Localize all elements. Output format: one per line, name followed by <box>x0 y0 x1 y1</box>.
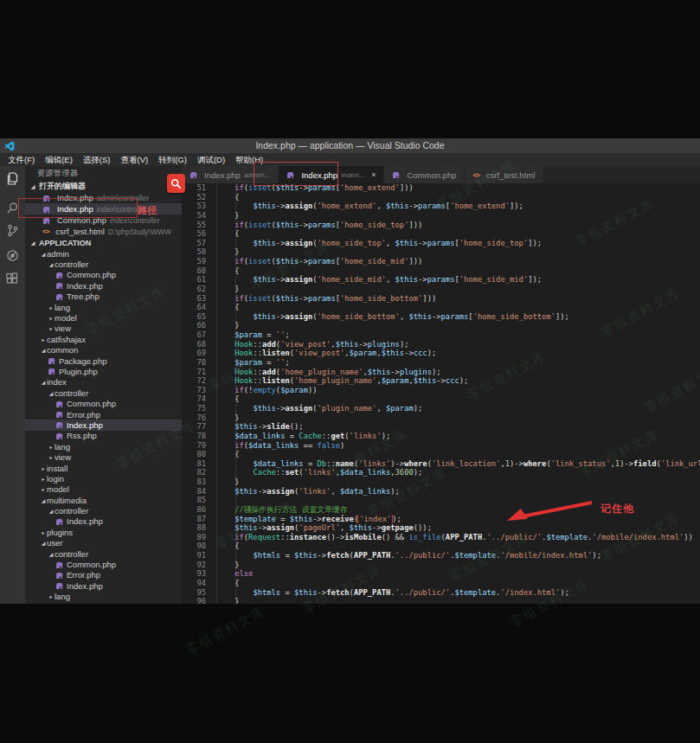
code-line[interactable]: 58 } <box>182 247 700 257</box>
tree-item-catfishajax[interactable]: ▸catfishajax <box>25 334 182 344</box>
tree-item-Index.php[interactable]: Index.php <box>25 516 182 527</box>
code-line[interactable]: 92 } <box>182 560 700 570</box>
code-line[interactable]: 72 Hook::listen('home_plugin_name',$para… <box>182 376 700 386</box>
code-line[interactable]: 78 $data_links = Cache::get('links'); <box>182 432 700 441</box>
menu-item-5[interactable]: 调试(D) <box>192 153 230 166</box>
tree-item-Rss.php[interactable]: Rss.php <box>25 431 182 441</box>
tree-item-model[interactable]: ▸model <box>25 312 182 323</box>
tab-Common.php[interactable]: Common.php <box>384 166 465 183</box>
tree-item-Index.php[interactable]: Index.php <box>25 580 182 591</box>
tree-root-header[interactable]: ◢ APPLICATION <box>25 237 182 248</box>
code-line[interactable]: 61 $this->assign('home_side_mid', $this-… <box>182 275 700 285</box>
tree-item-common[interactable]: ◢common <box>25 345 182 355</box>
tree-item-Index.php[interactable]: Index.php <box>25 280 182 291</box>
tree-item-view[interactable]: ▸view <box>25 452 182 462</box>
code-line[interactable]: 73 if(!empty($param)) <box>182 386 700 395</box>
code-line[interactable]: 55 if(isset($this->params['home_side_top… <box>182 221 700 230</box>
tree-item-lang[interactable]: ▸lang <box>25 302 182 312</box>
code-line[interactable]: 63 if(isset($this->params['home_side_bot… <box>182 294 700 304</box>
tree-item-Package.php[interactable]: Package.php <box>25 355 182 366</box>
menu-item-1[interactable]: 编辑(E) <box>40 153 78 166</box>
code-text: $this->assign('home_extend', $this->para… <box>216 202 700 211</box>
code-line[interactable]: 76 } <box>182 413 700 423</box>
code-line[interactable]: 54 } <box>182 211 700 221</box>
menu-item-0[interactable]: 文件(F) <box>3 153 40 166</box>
tree-item-plugins[interactable]: ▸plugins <box>25 527 182 537</box>
tab-csrf_test.html[interactable]: <>csrf_test.html <box>465 166 543 183</box>
code-line[interactable]: 74 { <box>182 394 700 404</box>
php-file-icon <box>48 357 55 364</box>
tree-item-controller[interactable]: ◢controller <box>25 259 182 269</box>
debug-icon[interactable] <box>6 249 20 263</box>
code-line[interactable]: 83 } <box>182 477 700 487</box>
menu-item-3[interactable]: 查看(V) <box>115 153 153 166</box>
code-line[interactable]: 90 { <box>182 541 700 551</box>
code-line[interactable]: 59 if(isset($this->params['home_side_mid… <box>182 257 700 266</box>
extensions-icon[interactable] <box>6 272 20 286</box>
tree-item-login[interactable]: ▸login <box>25 473 182 484</box>
code-line[interactable]: 67 $param = ''; <box>182 330 700 340</box>
tree-item-install[interactable]: ▸install <box>25 463 182 473</box>
tree-item-Tree.php[interactable]: Tree.php <box>25 291 182 302</box>
file-tree: ◢admin◢controllerCommon.phpIndex.phpTree… <box>25 248 182 602</box>
tree-item-user[interactable]: ◢user <box>25 538 182 548</box>
code-line[interactable]: 77 $this->slide(); <box>182 422 700 432</box>
code-line[interactable]: 80 { <box>182 450 700 459</box>
code-line[interactable]: 79 if($data_links == false) <box>182 441 700 451</box>
menu-item-2[interactable]: 选择(S) <box>78 153 116 166</box>
code-line[interactable]: 53 $this->assign('home_extend', $this->p… <box>182 202 700 211</box>
menu-item-4[interactable]: 转到(G) <box>153 153 192 166</box>
tree-item-Common.php[interactable]: Common.php <box>25 559 182 569</box>
code-line[interactable]: 95 $htmls = $this->fetch(APP_PATH.'../pu… <box>182 588 700 598</box>
tree-item-model[interactable]: ▸model <box>25 484 182 495</box>
file-name: Index.php <box>67 516 103 526</box>
code-line[interactable]: 64 { <box>182 303 700 312</box>
code-line[interactable]: 89 if(Request::instance()->isMobile() &&… <box>182 533 700 542</box>
code-line[interactable]: 68 Hook::add('view_post',$this->plugins)… <box>182 340 700 349</box>
code-line[interactable]: 65 $this->assign('home_side_bottom', $th… <box>182 312 700 322</box>
code-line[interactable]: 93 else <box>182 569 700 579</box>
code-area[interactable]: 51 if(isset($this->params['home_extend']… <box>182 183 700 604</box>
code-line[interactable]: 75 $this->assign('plugin_name', $param); <box>182 404 700 413</box>
tree-item-Error.php[interactable]: Error.php <box>25 570 182 580</box>
tree-item-Index.php[interactable]: Index.php <box>25 420 182 430</box>
code-line[interactable]: 70 $param = ''; <box>182 358 700 368</box>
tree-item-lang[interactable]: ▸lang <box>25 441 182 452</box>
line-number: 81 <box>182 459 216 469</box>
tree-item-admin[interactable]: ◢admin <box>25 248 182 259</box>
tree-item-Error.php[interactable]: Error.php <box>25 409 182 420</box>
tree-item-view[interactable]: ▸view <box>25 323 182 334</box>
code-line[interactable]: 96 } <box>182 597 700 604</box>
tree-item-lang[interactable]: ▸lang <box>25 592 182 602</box>
code-line[interactable]: 71 Hook::add('home_plugin_name',$this->p… <box>182 368 700 377</box>
tree-item-index[interactable]: ◢index <box>25 377 182 388</box>
code-line[interactable]: 82 Cache::set('links',$data_links,3600); <box>182 468 700 477</box>
tree-item-Common.php[interactable]: Common.php <box>25 398 182 408</box>
code-line[interactable]: 91 $htmls = $this->fetch(APP_PATH.'../pu… <box>182 551 700 560</box>
code-line[interactable]: 56 { <box>182 229 700 239</box>
code-text: Cache::set('links',$data_links,3600); <box>216 468 700 477</box>
tree-item-Common.php[interactable]: Common.php <box>25 270 182 280</box>
tree-item-controller[interactable]: ◢controller <box>25 548 182 559</box>
code-line[interactable]: 62 } <box>182 285 700 294</box>
open-editor-item-csrf_test.html[interactable]: <>csrf_test.htmlD:\phpStudy\WWW <box>25 226 182 237</box>
tree-item-controller[interactable]: ◢controller <box>25 505 182 516</box>
tree-item-multimedia[interactable]: ◢multimedia <box>25 495 182 505</box>
chevron-collapsed-icon: ▸ <box>48 315 55 321</box>
file-path-hint: D:\phpStudy\WWW <box>108 227 171 236</box>
code-line[interactable]: 57 $this->assign('home_side_top', $this-… <box>182 239 700 248</box>
code-line[interactable]: 60 { <box>182 266 700 276</box>
code-line[interactable]: 66 } <box>182 321 700 330</box>
code-line[interactable]: 81 $data_links = Db::name('links')->wher… <box>182 459 700 469</box>
open-editors-header[interactable]: ◢ 打开的编辑器 <box>25 181 182 192</box>
tree-item-Plugin.php[interactable]: Plugin.php <box>25 366 182 376</box>
code-line[interactable]: 84 $this->assign('links', $data_links); <box>182 487 700 496</box>
code-line[interactable]: 94 { <box>182 579 700 588</box>
close-icon[interactable]: × <box>371 170 376 179</box>
files-icon[interactable] <box>6 172 20 186</box>
code-line[interactable]: 52 { <box>182 193 700 202</box>
code-line[interactable]: 88 $this->assign('pageUrl', $this->getpa… <box>182 523 700 533</box>
source-control-icon[interactable] <box>6 224 20 238</box>
code-line[interactable]: 69 Hook::listen('view_post',$param,$this… <box>182 349 700 358</box>
tree-item-controller[interactable]: ◢controller <box>25 388 182 398</box>
